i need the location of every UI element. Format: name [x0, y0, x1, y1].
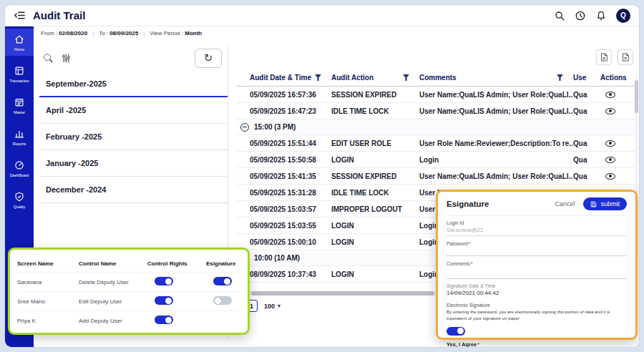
- table-row[interactable]: 05/09/2025 16:57:36 SESSION EXPIRED User…: [237, 87, 636, 103]
- cancel-button[interactable]: Cancel: [555, 200, 575, 207]
- column-header-comments[interactable]: Comments: [419, 74, 573, 82]
- filter-funnel-icon[interactable]: [557, 74, 563, 81]
- agree-label: Yes, I Agree: [447, 341, 477, 348]
- esignature-toggle[interactable]: [213, 277, 232, 285]
- filter-sliders-icon[interactable]: [61, 53, 72, 64]
- from-date-value[interactable]: 02/08/2020: [59, 30, 87, 36]
- column-header-action[interactable]: Audit Action: [331, 74, 419, 82]
- month-list-item[interactable]: April -2025: [39, 97, 228, 124]
- to-label: To :: [99, 30, 108, 36]
- rights-col-rights: Control Rights: [147, 260, 206, 267]
- rights-col-screen: Screen Name: [17, 260, 79, 267]
- comments-input[interactable]: [447, 267, 627, 279]
- view-icon[interactable]: [605, 140, 615, 147]
- clock-icon[interactable]: [575, 10, 586, 21]
- from-label: From :: [41, 30, 57, 36]
- group-label: 10:00 (10 AM): [254, 254, 300, 262]
- cell-datetime: 05/09/2025 15:00:10: [250, 238, 331, 246]
- to-date-value[interactable]: 08/09/2025: [109, 30, 138, 36]
- bell-icon[interactable]: [595, 10, 607, 21]
- master-icon: [14, 97, 25, 108]
- sidebar-item-home[interactable]: Home: [5, 29, 34, 56]
- cell-action: LOGIN: [331, 238, 419, 246]
- rights-row[interactable]: Sree Mano Edit Deputy User: [17, 291, 240, 311]
- sidebar-item-dashboard[interactable]: DashBoard: [5, 155, 34, 182]
- esignature-toggle[interactable]: [213, 296, 232, 305]
- submit-button[interactable]: submit: [583, 197, 627, 210]
- required-marker: *: [469, 240, 471, 247]
- cell-user: Qua: [573, 107, 600, 115]
- sidebar-item-label: Quality: [14, 205, 25, 209]
- app-window: Audit Trail Q Home Transaction Master: [4, 4, 640, 348]
- password-input[interactable]: [447, 247, 627, 256]
- sidebar-item-label: Master: [14, 110, 25, 114]
- refresh-button[interactable]: ↻: [195, 49, 222, 68]
- signature-datetime-field: Signature Date & Time 14/09/2021 00:44:4…: [447, 283, 627, 298]
- export-pdf-icon[interactable]: [618, 49, 633, 65]
- table-row[interactable]: 05/09/2025 15:51:44 EDIT USER ROLE User …: [237, 135, 636, 152]
- signature-datetime-label: Signature Date & Time: [447, 283, 627, 288]
- export-excel-icon[interactable]: [596, 49, 612, 65]
- view-icon[interactable]: [605, 108, 615, 114]
- month-list-item[interactable]: December -2024: [39, 177, 228, 203]
- panel-search-icon[interactable]: [44, 53, 53, 63]
- avatar[interactable]: Q: [616, 9, 630, 23]
- search-icon[interactable]: [554, 10, 565, 21]
- control-rights-toggle[interactable]: [155, 296, 173, 305]
- view-icon[interactable]: [605, 157, 615, 163]
- view-icon[interactable]: [605, 173, 615, 180]
- table-row[interactable]: 05/09/2025 15:41:35 SESSION EXPIRED User…: [237, 168, 636, 185]
- required-marker: *: [471, 260, 473, 267]
- table-row[interactable]: 05/09/2025 16:47:23 IDLE TIME LOCK User …: [237, 103, 636, 119]
- collapse-menu-icon[interactable]: [14, 9, 26, 21]
- month-list-item[interactable]: February -2025: [39, 124, 228, 150]
- cell-action: IDLE TIME LOCK: [331, 189, 419, 197]
- horizontal-scrollbar-thumb[interactable]: [251, 291, 434, 295]
- sidebar-item-reports[interactable]: Reports: [5, 123, 34, 150]
- sidebar-item-master[interactable]: Master: [5, 92, 34, 119]
- esignature-dialog: Esignature Cancel submit Login Id Sarava…: [436, 190, 638, 340]
- column-header-label: Audit Action: [331, 74, 374, 82]
- sidebar-item-label: DashBoard: [10, 173, 29, 177]
- table-row[interactable]: 05/09/2025 15:50:58 LOGIN Login Qua: [237, 152, 636, 168]
- cell-action: EDIT USER ROLE: [331, 140, 419, 147]
- submit-label: submit: [600, 200, 620, 207]
- filter-funnel-icon[interactable]: [403, 74, 409, 81]
- view-icon[interactable]: [605, 92, 615, 98]
- page-size-value: 100: [264, 303, 275, 310]
- month-label: February -2025: [46, 132, 102, 141]
- agree-toggle[interactable]: [447, 327, 465, 336]
- cell-datetime: 05/09/2025 15:03:55: [250, 222, 331, 230]
- rights-popup-header: Screen Name Control Name Control Rights …: [17, 255, 240, 272]
- column-header-user[interactable]: Use: [573, 74, 600, 82]
- cell-user: Qua: [573, 140, 600, 147]
- vertical-scrollbar-thumb[interactable]: [635, 80, 638, 113]
- separator: |: [143, 30, 145, 36]
- month-panel-toolbar: ↻: [39, 45, 228, 71]
- electronic-signature-note: By entering the password, you are electr…: [447, 309, 627, 322]
- cell-comments: User Name:QuaLIS Admin; User Role:QuaLI.…: [419, 107, 573, 115]
- sidebar-item-quality[interactable]: Quality: [5, 186, 34, 213]
- month-list-item[interactable]: January -2025: [39, 150, 228, 177]
- control-rights-toggle[interactable]: [155, 316, 173, 324]
- month-list-item[interactable]: September-2025: [39, 71, 228, 97]
- rights-screen-name: Priya K: [17, 318, 79, 324]
- rights-row[interactable]: Priya K Add Deputy User: [17, 311, 240, 330]
- group-row[interactable]: 15:00 (3 PM): [237, 119, 636, 135]
- page-size-select[interactable]: 100 ▾: [264, 303, 280, 310]
- column-header-actions[interactable]: Actions: [600, 74, 638, 82]
- control-rights-toggle[interactable]: [155, 277, 173, 285]
- page-title: Audit Trail: [33, 9, 85, 21]
- rights-row[interactable]: Saravana Delete Deputy User: [17, 272, 240, 291]
- view-period-value[interactable]: Month: [185, 30, 202, 36]
- login-id-label: Login Id: [447, 220, 627, 225]
- password-field: Password*: [447, 240, 627, 256]
- column-header-datetime[interactable]: Audit Date & Time: [250, 74, 331, 82]
- filter-funnel-icon[interactable]: [315, 74, 321, 81]
- collapse-group-icon[interactable]: [240, 123, 249, 132]
- cell-datetime: 05/09/2025 16:47:23: [250, 107, 331, 115]
- sidebar-item-transaction[interactable]: Transaction: [5, 60, 34, 87]
- export-toolbar: [237, 45, 636, 69]
- rights-control-name: Edit Deputy User: [79, 298, 147, 305]
- login-id-field: Login Id Saravana@22: [447, 220, 627, 236]
